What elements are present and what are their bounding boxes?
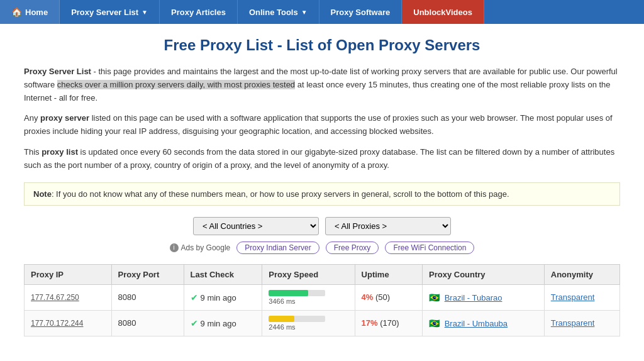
main-nav: 🏠 Home Proxy Server List ▼ Proxy Article… bbox=[0, 0, 644, 24]
ads-badge-free-wifi[interactable]: Free WiFi Connection bbox=[385, 242, 474, 254]
desc2-text: listed on this page can be used with a s… bbox=[24, 113, 613, 136]
table-row: 177.74.67.250 8080 ✔9 min ago 3466 ms 4%… bbox=[25, 284, 620, 310]
cell-port: 8080 bbox=[111, 284, 184, 310]
ads-badge-free-proxy[interactable]: Free Proxy bbox=[326, 242, 379, 254]
speed-label: 3466 ms bbox=[269, 297, 348, 305]
desc-block-2: Any proxy server listed on this page can… bbox=[24, 112, 620, 138]
col-uptime: Uptime bbox=[355, 264, 422, 284]
uptime-value: 17% bbox=[362, 318, 378, 328]
filter-row: < All Countries > United States Brazil I… bbox=[24, 217, 620, 235]
uptime-count: (50) bbox=[375, 292, 390, 302]
nav-proxy-software[interactable]: Proxy Software bbox=[319, 0, 402, 24]
cell-speed: 3466 ms bbox=[262, 284, 355, 310]
nav-home[interactable]: 🏠 Home bbox=[0, 0, 60, 24]
info-icon[interactable]: i bbox=[170, 243, 179, 252]
ads-badge-proxy-indian-server[interactable]: Proxy Indian Server bbox=[236, 242, 319, 254]
countries-filter[interactable]: < All Countries > United States Brazil I… bbox=[193, 217, 319, 235]
flag-icon: 🇧🇷 bbox=[429, 292, 440, 303]
nav-unblock-videos-label: UnblockVideos bbox=[413, 8, 472, 17]
cell-country: 🇧🇷 Brazil - Umbauba bbox=[423, 310, 545, 336]
cell-anonymity: Transparent bbox=[544, 284, 619, 310]
col-proxy-country: Proxy Country bbox=[423, 264, 545, 284]
speed-label: 2446 ms bbox=[269, 323, 348, 331]
cell-country: 🇧🇷 Brazil - Tubarao bbox=[423, 284, 545, 310]
speed-bar-inner bbox=[269, 290, 308, 296]
country-link[interactable]: Brazil - Tubarao bbox=[445, 293, 502, 303]
table-header-row: Proxy IP Proxy Port Last Check Proxy Spe… bbox=[25, 264, 620, 284]
home-icon: 🏠 bbox=[11, 7, 22, 17]
col-proxy-speed: Proxy Speed bbox=[262, 264, 355, 284]
uptime-count: (170) bbox=[380, 318, 399, 328]
flag-icon: 🇧🇷 bbox=[429, 318, 440, 328]
cell-uptime: 17% (170) bbox=[355, 310, 422, 336]
page-title: Free Proxy List - List of Open Proxy Ser… bbox=[24, 36, 620, 54]
speed-bar-container: 3466 ms bbox=[269, 290, 348, 305]
desc-block-3: This proxy list is updated once every 60… bbox=[24, 146, 620, 172]
desc3-bold: proxy list bbox=[42, 147, 78, 157]
desc3-prefix: This bbox=[24, 147, 42, 157]
check-icon: ✔ bbox=[191, 318, 198, 328]
col-proxy-ip: Proxy IP bbox=[25, 264, 112, 284]
desc1-bold: Proxy Server List bbox=[24, 67, 91, 76]
table-row: 177.70.172.244 8080 ✔9 min ago 2446 ms 1… bbox=[25, 310, 620, 336]
note-text: : If you do not know what any of these n… bbox=[52, 189, 509, 199]
ip-link[interactable]: 177.70.172.244 bbox=[31, 319, 83, 328]
note-box: Note: If you do not know what any of the… bbox=[24, 182, 620, 206]
speed-bar-outer bbox=[269, 290, 325, 296]
ads-row: i Ads by Google Proxy Indian Server Free… bbox=[24, 242, 620, 254]
anonymity-link[interactable]: Transparent bbox=[551, 292, 595, 302]
nav-proxy-server-list[interactable]: Proxy Server List ▼ bbox=[60, 0, 160, 24]
cell-uptime: 4% (50) bbox=[355, 284, 422, 310]
col-last-check: Last Check bbox=[184, 264, 262, 284]
desc1-highlight: checks over a million proxy servers dail… bbox=[57, 80, 295, 89]
ip-link[interactable]: 177.74.67.250 bbox=[31, 293, 79, 302]
chevron-down-icon: ▼ bbox=[142, 9, 148, 16]
ads-by-google-label: Ads by Google bbox=[181, 243, 231, 252]
cell-port: 8080 bbox=[111, 310, 184, 336]
desc3-text: is updated once every 60 seconds from th… bbox=[24, 147, 614, 170]
chevron-down-icon-2: ▼ bbox=[301, 9, 308, 16]
cell-last-check: ✔9 min ago bbox=[184, 284, 262, 310]
speed-bar-container: 2446 ms bbox=[269, 316, 348, 331]
ads-label: i Ads by Google bbox=[170, 243, 231, 252]
check-icon: ✔ bbox=[191, 292, 198, 303]
speed-bar-outer bbox=[269, 316, 325, 322]
desc2-prefix: Any bbox=[24, 113, 40, 123]
col-anonymity: Anonymity bbox=[544, 264, 619, 284]
desc-block-1: Proxy Server List - this page provides a… bbox=[24, 65, 620, 104]
nav-unblock-videos[interactable]: UnblockVideos bbox=[402, 0, 484, 24]
nav-proxy-software-label: Proxy Software bbox=[331, 8, 391, 17]
anonymity-link[interactable]: Transparent bbox=[551, 318, 595, 328]
nav-online-tools-label: Online Tools bbox=[249, 8, 298, 17]
proxies-filter[interactable]: < All Proxies > HTTP HTTPS SOCKS4 SOCKS5 bbox=[325, 217, 451, 235]
nav-home-label: Home bbox=[25, 8, 48, 17]
cell-ip: 177.70.172.244 bbox=[25, 310, 112, 336]
cell-ip: 177.74.67.250 bbox=[25, 284, 112, 310]
desc2-bold: proxy server bbox=[40, 113, 89, 123]
nav-proxy-articles[interactable]: Proxy Articles bbox=[160, 0, 238, 24]
main-content: Free Proxy List - List of Open Proxy Ser… bbox=[14, 24, 630, 349]
nav-proxy-articles-label: Proxy Articles bbox=[171, 8, 226, 17]
col-proxy-port: Proxy Port bbox=[111, 264, 184, 284]
uptime-value: 4% bbox=[362, 292, 374, 302]
note-label: Note bbox=[33, 189, 52, 199]
country-link[interactable]: Brazil - Umbauba bbox=[445, 319, 508, 328]
proxy-table: Proxy IP Proxy Port Last Check Proxy Spe… bbox=[24, 264, 620, 336]
cell-anonymity: Transparent bbox=[544, 310, 619, 336]
cell-speed: 2446 ms bbox=[262, 310, 355, 336]
speed-bar-inner bbox=[269, 316, 294, 322]
nav-proxy-server-list-label: Proxy Server List bbox=[71, 8, 138, 17]
nav-online-tools[interactable]: Online Tools ▼ bbox=[238, 0, 319, 24]
cell-last-check: ✔9 min ago bbox=[184, 310, 262, 336]
